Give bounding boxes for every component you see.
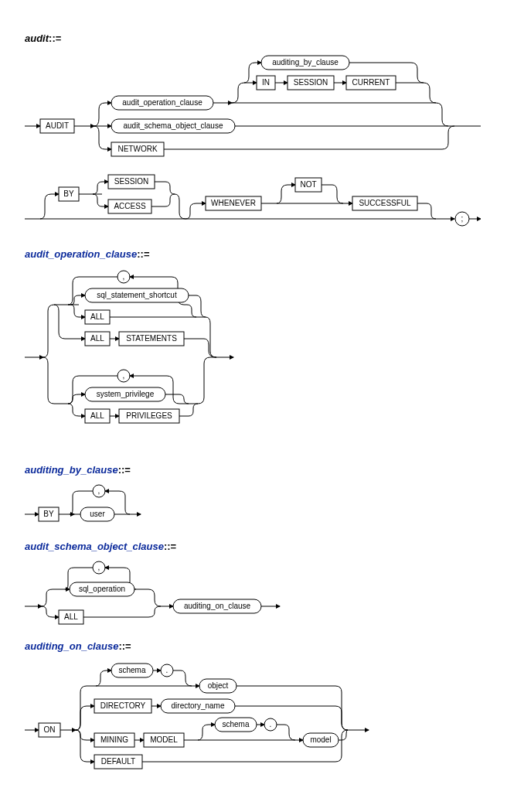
token-object: object [208, 681, 229, 690]
section-name-link-abc[interactable]: auditing_by_clause [25, 464, 118, 476]
token-semicolon: ; [461, 214, 464, 223]
section-suffix-aoc: ::= [137, 248, 149, 260]
token-mining: MINING [100, 735, 128, 744]
token-comma-4: , [98, 563, 100, 571]
diagram-audit-row2: BY SESSION ACCESS WHENEVER NOT SUCCESSFU… [25, 172, 481, 234]
token-dot-1: . [166, 666, 168, 674]
diagram-audit-schema-object-clause: , sql_operation ALL auditing_on_clause [25, 557, 288, 626]
token-model-kw: MODEL [150, 735, 178, 744]
token-successful: SUCCESSFUL [359, 199, 411, 207]
section-name-link-aoc[interactable]: audit_operation_clause [25, 248, 137, 260]
section-name-link-asoc[interactable]: audit_schema_object_clause [25, 541, 164, 552]
token-auditing-on-clause: auditing_on_clause [184, 602, 251, 610]
diagram-audit-main: AUDIT audit_operation_clause auditing_by… [25, 49, 481, 165]
token-all-1: ALL [90, 312, 104, 321]
token-comma-2: , [123, 371, 125, 380]
token-by-2: BY [43, 510, 54, 518]
token-comma-1: , [123, 272, 125, 281]
token-sql-statement-shortcut: sql_statement_shortcut [97, 291, 177, 299]
diagram-audit-operation-clause: , sql_statement_shortcut ALL ALL STATEME… [25, 264, 257, 450]
diagram-auditing-on-clause: ON schema . object DIRECTORY directory_n… [25, 657, 373, 773]
token-session: SESSION [294, 78, 328, 87]
token-in: IN [262, 78, 270, 87]
token-whenever: WHENEVER [211, 199, 256, 207]
section-title-aonc: auditing_on_clause::= [25, 640, 482, 652]
token-sql-operation: sql_operation [79, 585, 125, 593]
token-schema-1: schema [118, 666, 145, 674]
token-session2: SESSION [114, 177, 148, 186]
section-name-link-aonc[interactable]: auditing_on_clause [25, 640, 118, 652]
token-auditing-by-clause: auditing_by_clause [272, 58, 339, 67]
token-dot-2: . [270, 720, 272, 728]
token-directory-name: directory_name [172, 701, 225, 710]
section-title-audit: audit::= [25, 32, 482, 44]
token-system-privilege: system_privilege [97, 390, 155, 398]
section-title-abc: auditing_by_clause::= [25, 464, 482, 476]
token-current: CURRENT [352, 78, 390, 87]
token-comma-3: , [98, 486, 100, 495]
token-statements: STATEMENTS [126, 334, 177, 343]
token-audit-operation-clause: audit_operation_clause [122, 98, 202, 107]
token-all-2: ALL [90, 334, 104, 343]
token-access: ACCESS [114, 202, 145, 210]
section-suffix-aonc: ::= [118, 640, 131, 652]
token-all-4: ALL [64, 612, 78, 621]
section-suffix-abc: ::= [118, 464, 131, 476]
token-by: BY [63, 189, 74, 198]
diagram-auditing-by-clause: BY , user [25, 480, 179, 527]
token-user: user [90, 510, 105, 518]
token-privileges: PRIVILEGES [126, 411, 172, 420]
token-on: ON [44, 725, 56, 734]
section-name: audit [25, 32, 49, 44]
token-audit-schema-object-clause: audit_schema_object_clause [124, 121, 223, 130]
token-model: model [310, 735, 331, 744]
token-not: NOT [300, 180, 316, 189]
token-default: DEFAULT [101, 757, 135, 766]
section-title-asoc: audit_schema_object_clause::= [25, 541, 482, 552]
token-all-3: ALL [90, 411, 104, 420]
section-suffix: ::= [49, 32, 61, 44]
token-directory: DIRECTORY [100, 701, 146, 710]
section-title-aoc: audit_operation_clause::= [25, 248, 482, 260]
token-schema-2: schema [222, 720, 249, 728]
section-suffix-asoc: ::= [164, 541, 176, 552]
token-audit: AUDIT [46, 121, 69, 130]
token-network: NETWORK [117, 145, 157, 153]
